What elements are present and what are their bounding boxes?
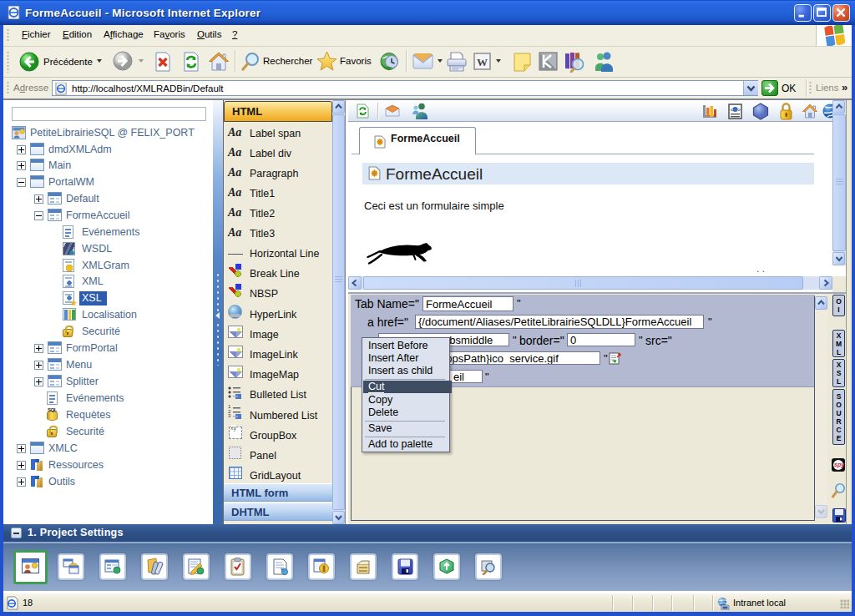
svg-text:>: > [737,107,741,113]
svg-text:<: < [731,107,734,113]
svg-text:W: W [477,56,488,68]
